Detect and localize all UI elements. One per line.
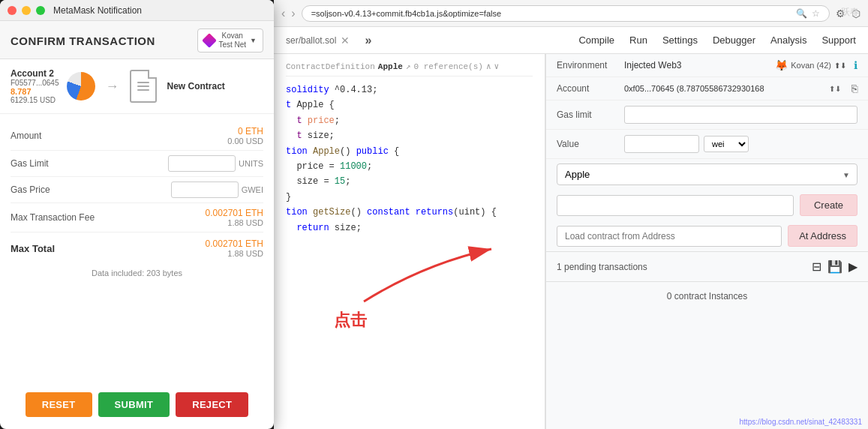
transfer-arrow-icon: → [106, 79, 119, 94]
gas-limit-field-row: Gas limit 3000000 [546, 100, 868, 130]
contract-select-wrapper: Apple [557, 164, 857, 185]
max-total-row: Max Total 0.002701 ETH 1.88 USD [11, 232, 263, 264]
max-total-label: Max Total [11, 243, 55, 254]
code-line-11: size = 15; [286, 174, 533, 189]
expand-icon[interactable]: ∨ [494, 62, 500, 71]
value-field-label: Value [557, 139, 617, 149]
close-traffic-light[interactable] [8, 6, 17, 15]
network-chevron-icon: ▼ [250, 37, 257, 44]
load-contract-input[interactable] [557, 226, 782, 247]
copy-icon[interactable]: ⎘ [851, 82, 857, 94]
gas-limit-field-input[interactable]: 3000000 [624, 106, 857, 124]
url-field[interactable]: =soljson-v0.4.13+commit.fb4cb1a.js&optim… [302, 5, 830, 22]
create-button[interactable]: Create [800, 194, 857, 216]
contract-actions-row: Create [546, 190, 868, 220]
environment-value: Injected Web3 [624, 60, 767, 70]
value-field-row: Value 0 wei gwei ether [546, 130, 868, 159]
network-name: KovanTest Net [218, 32, 246, 50]
run-panel: Environment Injected Web3 🦊 Kovan (42) ⬆… [545, 54, 868, 429]
settings-menu-item[interactable]: Settings [662, 32, 698, 49]
value-field-input[interactable]: 0 [624, 135, 699, 153]
expand-traffic-light[interactable] [36, 6, 45, 15]
back-button[interactable]: ‹ [281, 7, 285, 20]
reset-button[interactable]: RESET [26, 392, 92, 417]
gas-limit-label: Gas Limit [11, 158, 49, 169]
pending-icons: ⊟ 💾 ▶ [812, 260, 857, 274]
code-line-8: tion Apple() public { [286, 144, 533, 159]
minus-icon[interactable]: ⊟ [812, 260, 821, 274]
breadcrumb-text: ContractDefinition [286, 62, 375, 71]
mm-header: CONFIRM TRANSACTION KovanTest Net ▼ [0, 21, 274, 59]
code-line-14: tion getSize() constant returns(uint) { [286, 205, 533, 220]
submit-button[interactable]: SUBMIT [98, 392, 170, 417]
reject-button[interactable]: REJECT [176, 392, 248, 417]
url-text: =soljson-v0.4.13+commit.fb4cb1a.js&optim… [311, 9, 501, 18]
code-line-6: t size; [286, 128, 533, 143]
create-input[interactable] [557, 195, 794, 216]
gas-limit-input[interactable]: 135087 [168, 155, 236, 172]
account-hash: F05577...0645 [11, 79, 59, 87]
action-buttons: RESET SUBMIT REJECT [0, 383, 274, 429]
gas-price-input[interactable]: 20 [171, 182, 239, 198]
load-contract-row: At Address [546, 220, 868, 251]
account-balance-usd: 6129.15 USD [11, 96, 59, 104]
max-fee-value: 0.002701 ETH 1.88 USD [206, 208, 263, 227]
compile-menu-item[interactable]: Compile [578, 32, 614, 49]
account-chevron-icon[interactable]: ⬆⬇ [829, 85, 841, 93]
account-balance-eth: 8.787 [11, 87, 59, 96]
file-tab-name[interactable]: ser/ballot.sol [286, 35, 336, 46]
info-icon[interactable]: ℹ [854, 59, 857, 71]
amount-label: Amount [11, 130, 41, 141]
expand-arrows-icon[interactable]: » [365, 34, 371, 47]
new-contract-label: New Contract [167, 81, 225, 92]
share-icon[interactable]: ↗ [406, 62, 411, 71]
url-icons: 🔍 ☆ [796, 8, 820, 19]
contract-icon-lines [137, 82, 149, 91]
amount-value: 0 ETH 0.00 USD [227, 126, 263, 146]
environment-label: Environment [557, 60, 617, 70]
star-icon[interactable]: ☆ [812, 8, 820, 19]
code-line-1: solidity ^0.4.13; [286, 82, 533, 98]
gas-price-units: GWEI [242, 185, 263, 194]
metamask-window: MetaMask Notification CONFIRM TRANSACTIO… [0, 0, 274, 429]
save-icon[interactable]: 💾 [827, 260, 842, 274]
search-icon[interactable]: 🔍 [796, 8, 807, 19]
network-selector[interactable]: KovanTest Net ▼ [197, 28, 263, 52]
run-menu-item[interactable]: Run [629, 32, 647, 49]
remix-panel: 跃春 ‹ › =soljson-v0.4.13+commit.fb4cb1a.j… [274, 0, 868, 429]
kovan-chevron-icon[interactable]: ⬆⬇ [834, 62, 846, 70]
contract-select[interactable]: Apple [557, 164, 857, 185]
max-total-usd: 1.88 USD [206, 249, 263, 258]
gas-limit-units: UNITS [239, 159, 263, 168]
account-field-row: Account 0xf05...70645 (8.787055867329301… [546, 77, 868, 100]
contract-line-2 [137, 86, 149, 87]
file-tab-close-icon[interactable]: ✕ [341, 34, 350, 46]
amount-row: Amount 0 ETH 0.00 USD [11, 122, 263, 151]
max-fee-label: Max Transaction Fee [11, 212, 95, 223]
gas-price-row: Gas Price 20 GWEI [11, 177, 263, 203]
play-icon[interactable]: ▶ [848, 260, 857, 274]
forward-button[interactable]: › [291, 7, 295, 20]
gas-price-label: Gas Price [11, 184, 50, 195]
file-tab: ser/ballot.sol ✕ [286, 34, 350, 46]
minimize-traffic-light[interactable] [22, 6, 31, 15]
code-line-16: return size; [286, 220, 533, 236]
breadcrumb-contract: Apple [378, 62, 403, 71]
window-titlebar: MetaMask Notification [0, 0, 274, 21]
at-address-button[interactable]: At Address [788, 225, 857, 247]
collapse-icon[interactable]: ∧ [486, 62, 491, 71]
remix-content: ContractDefinition Apple ↗ 0 reference(s… [274, 54, 868, 429]
pending-text: 1 pending transactions [557, 262, 647, 272]
url-bar: ‹ › =soljson-v0.4.13+commit.fb4cb1a.js&o… [274, 0, 868, 27]
debugger-menu-item[interactable]: Debugger [713, 32, 755, 49]
max-fee-eth: 0.002701 ETH [206, 208, 263, 218]
analysis-menu-item[interactable]: Analysis [770, 32, 806, 49]
value-unit-select[interactable]: wei gwei ether [704, 136, 749, 152]
code-editor[interactable]: ContractDefinition Apple ↗ 0 reference(s… [274, 54, 545, 429]
gas-limit-row: Gas Limit 135087 UNITS [11, 151, 263, 177]
contract-icon [130, 70, 157, 103]
value-unit-row: 0 wei gwei ether [624, 135, 749, 153]
support-menu-item[interactable]: Support [821, 32, 856, 49]
contract-line-3 [137, 89, 149, 91]
max-fee-usd: 1.88 USD [206, 218, 263, 227]
